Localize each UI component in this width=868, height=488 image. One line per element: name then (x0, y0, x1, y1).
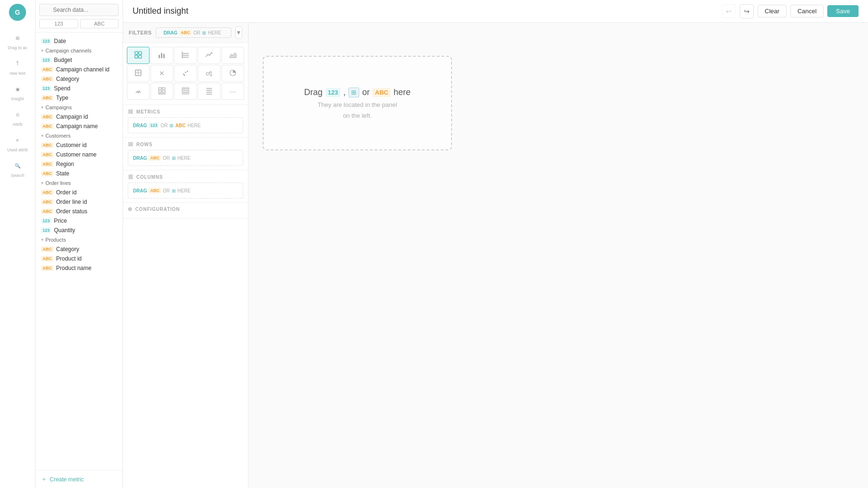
data-item-order-line-id[interactable]: ABC Order line id (35, 197, 123, 207)
data-item-spend[interactable]: 123 Spend (35, 84, 123, 93)
data-item-customer-id[interactable]: ABC Customer id (35, 140, 123, 150)
sidebar-item-used-attrib[interactable]: ≡ Used attrib (0, 131, 35, 156)
rows-label: ROWS (136, 142, 152, 147)
chart-type-bubble[interactable] (198, 65, 221, 82)
metrics-header: METRICS (128, 109, 243, 114)
svg-rect-6 (163, 54, 165, 58)
app-logo[interactable]: G (9, 4, 26, 21)
chart-type-list1[interactable] (174, 83, 197, 100)
svg-point-17 (184, 74, 186, 76)
chart-type-gauge[interactable] (127, 83, 150, 100)
data-item-region[interactable]: ABC Region (35, 159, 123, 169)
data-item-state[interactable]: ABC State (35, 169, 123, 178)
data-item-quantity[interactable]: 123 Quantity (35, 226, 123, 235)
chart-type-grid1[interactable] (151, 83, 173, 100)
chart-type-scatter[interactable] (174, 65, 197, 82)
rows-or: OR (163, 156, 170, 161)
rows-drop-zone[interactable]: DRAG ABC OR ⊞ HERE (128, 150, 243, 166)
section-products[interactable]: ▾ Products (35, 235, 123, 244)
sidebar-item-drag[interactable]: ⊞ Drag to ac (0, 28, 35, 54)
data-item-campaign-channel-id[interactable]: ABC Campaign channel id (35, 65, 123, 74)
data-item-customer-id-label: Customer id (56, 142, 87, 148)
clear-button[interactable]: Clear (758, 5, 787, 17)
empty-canvas-sub2: on the left. (343, 112, 372, 119)
badge-order-id: ABC (41, 190, 53, 195)
search-input[interactable] (39, 4, 119, 16)
columns-label: COLUMNS (136, 174, 163, 180)
undo-button[interactable]: ↩ (722, 4, 736, 18)
data-item-type-cc-label: Type (56, 95, 69, 101)
chart-type-table[interactable] (127, 47, 150, 64)
section-customers[interactable]: ▾ Customers (35, 131, 123, 140)
data-item-product-id[interactable]: ABC Product id (35, 254, 123, 263)
chart-type-line[interactable] (198, 47, 221, 64)
filter-options-button[interactable]: ▼ (235, 26, 242, 39)
data-item-product-name-label: Product name (56, 265, 92, 271)
chart-type-area[interactable] (221, 47, 244, 64)
section-products-label: Products (45, 237, 66, 243)
data-item-price[interactable]: 123 Price (35, 216, 123, 226)
data-item-campaign-id[interactable]: ABC Campaign id (35, 112, 123, 122)
svg-point-18 (206, 72, 209, 75)
search-nav-icon: 🔍 (12, 160, 23, 171)
section-campaigns[interactable]: ▾ Campaigns (35, 103, 123, 112)
filters-label: FILTERS (129, 30, 152, 35)
redo-button[interactable]: ↪ (740, 4, 754, 18)
config-section-rows: ROWS DRAG ABC OR ⊞ HERE (123, 138, 248, 170)
badge-price: 123 (41, 218, 51, 224)
badge-date: 123 (41, 38, 51, 44)
section-order-lines[interactable]: ▾ Order lines (35, 178, 123, 188)
chart-type-pivot[interactable] (174, 47, 197, 64)
sidebar-item-used-attrib-label: Used attrib (7, 148, 28, 152)
sidebar-item-attrib[interactable]: ⊙ Attrib (0, 105, 35, 131)
create-metric-button[interactable]: ＋ Create metric (41, 475, 84, 483)
data-item-category-p[interactable]: ABC Category (35, 244, 123, 254)
section-order-lines-label: Order lines (45, 180, 71, 186)
metrics-table-icon: ⊞ (169, 123, 173, 128)
columns-drop-zone[interactable]: DRAG ABC OR ⊞ HERE (128, 183, 243, 199)
badge-campaign-id: ABC (41, 114, 53, 120)
area-chart-icon (229, 51, 237, 60)
chart-type-bar[interactable] (151, 47, 173, 64)
metrics-drop-zone[interactable]: DRAG 123 OR ⊞ ABC HERE (128, 117, 243, 133)
rows-drag-text: DRAG (133, 156, 147, 161)
data-item-budget[interactable]: 123 Budget (35, 55, 123, 65)
badge-customer-id: ABC (41, 142, 53, 148)
chart-type-empty[interactable]: — (221, 83, 244, 100)
data-item-category-cc[interactable]: ABC Category (35, 74, 123, 84)
type-tab-123[interactable]: 123 (39, 19, 78, 28)
chart-type-cross[interactable]: ✕ (151, 65, 173, 82)
sidebar-item-insight[interactable]: ◉ Insight (0, 79, 35, 105)
configuration-header[interactable]: ⚙ CONFIGURATION (128, 207, 243, 212)
data-item-campaign-name-label: Campaign name (56, 123, 98, 130)
filters-bar: FILTERS DRAG ABC OR ⊞ HERE ▼ (123, 23, 248, 43)
data-item-customer-name[interactable]: ABC Customer name (35, 150, 123, 159)
data-item-campaign-name[interactable]: ABC Campaign name (35, 122, 123, 131)
data-item-order-id[interactable]: ABC Order id (35, 188, 123, 197)
data-item-product-name[interactable]: ABC Product name (35, 263, 123, 273)
sidebar-item-search[interactable]: 🔍 Search (0, 156, 35, 182)
cancel-button[interactable]: Cancel (790, 5, 824, 17)
data-panel-top: 🔍 123 ABC (35, 0, 123, 33)
chart-type-list2[interactable] (198, 83, 221, 100)
data-item-order-id-label: Order id (56, 189, 77, 196)
data-item-order-status[interactable]: ABC Order status (35, 207, 123, 216)
save-button[interactable]: Save (827, 5, 859, 17)
data-item-type-cc[interactable]: ABC Type (35, 93, 123, 103)
badge-category-cc: ABC (41, 76, 53, 82)
filter-here-text: HERE (208, 30, 221, 35)
undo-icon: ↩ (726, 8, 732, 15)
chart-type-row-2: ✕ (127, 65, 244, 82)
sidebar-item-newtext[interactable]: T new text (0, 54, 35, 79)
filter-drop-zone[interactable]: DRAG ABC OR ⊞ HERE (156, 27, 231, 38)
empty-badge-abc: ABC (372, 88, 390, 97)
pivot-chart-icon (182, 51, 189, 60)
chart-type-pie[interactable] (221, 65, 244, 82)
data-item-state-label: State (56, 170, 70, 177)
data-item-date[interactable]: 123 Date (35, 36, 123, 46)
newtext-icon: T (12, 58, 23, 69)
chart-type-geo[interactable] (127, 65, 150, 82)
svg-rect-26 (159, 90, 161, 92)
section-campaign-channels[interactable]: ▾ Campaign channels (35, 46, 123, 55)
type-tab-abc[interactable]: ABC (80, 19, 119, 28)
